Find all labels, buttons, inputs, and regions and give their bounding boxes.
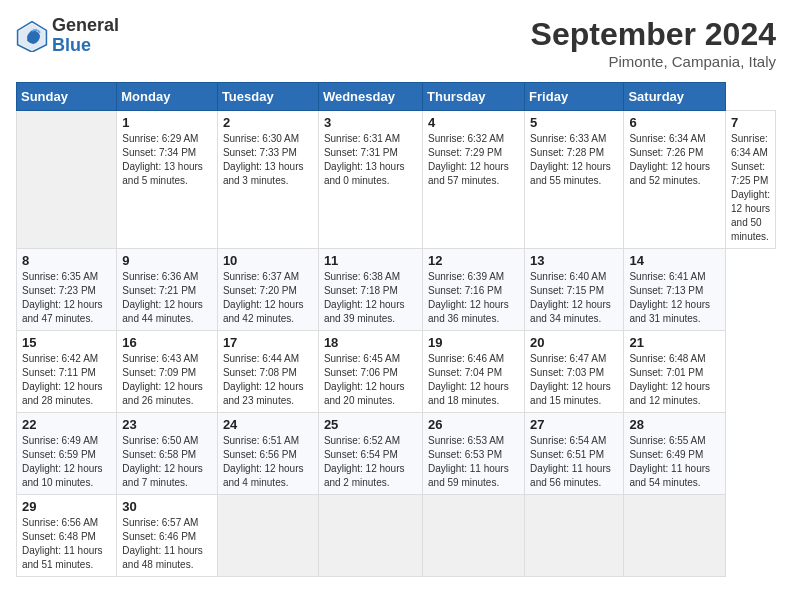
day-number: 18 bbox=[324, 335, 417, 350]
day-info: Sunrise: 6:46 AMSunset: 7:04 PMDaylight:… bbox=[428, 352, 519, 408]
calendar-cell bbox=[423, 495, 525, 577]
calendar-cell bbox=[624, 495, 726, 577]
day-info: Sunrise: 6:40 AMSunset: 7:15 PMDaylight:… bbox=[530, 270, 618, 326]
day-info: Sunrise: 6:36 AMSunset: 7:21 PMDaylight:… bbox=[122, 270, 212, 326]
day-info: Sunrise: 6:53 AMSunset: 6:53 PMDaylight:… bbox=[428, 434, 519, 490]
title-block: September 2024 Pimonte, Campania, Italy bbox=[531, 16, 776, 70]
day-number: 10 bbox=[223, 253, 313, 268]
day-number: 15 bbox=[22, 335, 111, 350]
calendar-cell: 16Sunrise: 6:43 AMSunset: 7:09 PMDayligh… bbox=[117, 331, 218, 413]
day-number: 26 bbox=[428, 417, 519, 432]
day-number: 14 bbox=[629, 253, 720, 268]
day-number: 6 bbox=[629, 115, 720, 130]
day-info: Sunrise: 6:57 AMSunset: 6:46 PMDaylight:… bbox=[122, 516, 212, 572]
day-info: Sunrise: 6:32 AMSunset: 7:29 PMDaylight:… bbox=[428, 132, 519, 188]
weekday-header-thursday: Thursday bbox=[423, 83, 525, 111]
calendar-cell: 8Sunrise: 6:35 AMSunset: 7:23 PMDaylight… bbox=[17, 249, 117, 331]
calendar-cell: 25Sunrise: 6:52 AMSunset: 6:54 PMDayligh… bbox=[318, 413, 422, 495]
day-info: Sunrise: 6:52 AMSunset: 6:54 PMDaylight:… bbox=[324, 434, 417, 490]
logo-icon bbox=[16, 20, 48, 52]
day-info: Sunrise: 6:39 AMSunset: 7:16 PMDaylight:… bbox=[428, 270, 519, 326]
day-number: 28 bbox=[629, 417, 720, 432]
day-info: Sunrise: 6:42 AMSunset: 7:11 PMDaylight:… bbox=[22, 352, 111, 408]
day-number: 11 bbox=[324, 253, 417, 268]
logo-blue: Blue bbox=[52, 36, 119, 56]
page-header: General Blue September 2024 Pimonte, Cam… bbox=[16, 16, 776, 70]
calendar-week-row: 29Sunrise: 6:56 AMSunset: 6:48 PMDayligh… bbox=[17, 495, 776, 577]
calendar-header-row: SundayMondayTuesdayWednesdayThursdayFrid… bbox=[17, 83, 776, 111]
day-info: Sunrise: 6:44 AMSunset: 7:08 PMDaylight:… bbox=[223, 352, 313, 408]
calendar-cell: 13Sunrise: 6:40 AMSunset: 7:15 PMDayligh… bbox=[525, 249, 624, 331]
day-number: 7 bbox=[731, 115, 770, 130]
day-number: 13 bbox=[530, 253, 618, 268]
day-info: Sunrise: 6:55 AMSunset: 6:49 PMDaylight:… bbox=[629, 434, 720, 490]
calendar-week-row: 1Sunrise: 6:29 AMSunset: 7:34 PMDaylight… bbox=[17, 111, 776, 249]
day-number: 4 bbox=[428, 115, 519, 130]
day-info: Sunrise: 6:41 AMSunset: 7:13 PMDaylight:… bbox=[629, 270, 720, 326]
calendar-cell: 10Sunrise: 6:37 AMSunset: 7:20 PMDayligh… bbox=[217, 249, 318, 331]
calendar-cell: 9Sunrise: 6:36 AMSunset: 7:21 PMDaylight… bbox=[117, 249, 218, 331]
day-number: 17 bbox=[223, 335, 313, 350]
day-info: Sunrise: 6:48 AMSunset: 7:01 PMDaylight:… bbox=[629, 352, 720, 408]
day-info: Sunrise: 6:37 AMSunset: 7:20 PMDaylight:… bbox=[223, 270, 313, 326]
calendar-cell: 17Sunrise: 6:44 AMSunset: 7:08 PMDayligh… bbox=[217, 331, 318, 413]
day-info: Sunrise: 6:54 AMSunset: 6:51 PMDaylight:… bbox=[530, 434, 618, 490]
calendar-cell: 14Sunrise: 6:41 AMSunset: 7:13 PMDayligh… bbox=[624, 249, 726, 331]
calendar-cell: 24Sunrise: 6:51 AMSunset: 6:56 PMDayligh… bbox=[217, 413, 318, 495]
calendar-week-row: 8Sunrise: 6:35 AMSunset: 7:23 PMDaylight… bbox=[17, 249, 776, 331]
day-info: Sunrise: 6:34 AMSunset: 7:26 PMDaylight:… bbox=[629, 132, 720, 188]
day-number: 8 bbox=[22, 253, 111, 268]
calendar-cell bbox=[217, 495, 318, 577]
calendar-cell: 15Sunrise: 6:42 AMSunset: 7:11 PMDayligh… bbox=[17, 331, 117, 413]
month-title: September 2024 bbox=[531, 16, 776, 53]
day-number: 24 bbox=[223, 417, 313, 432]
day-info: Sunrise: 6:34 AMSunset: 7:25 PMDaylight:… bbox=[731, 132, 770, 244]
calendar-cell: 28Sunrise: 6:55 AMSunset: 6:49 PMDayligh… bbox=[624, 413, 726, 495]
day-info: Sunrise: 6:50 AMSunset: 6:58 PMDaylight:… bbox=[122, 434, 212, 490]
day-number: 3 bbox=[324, 115, 417, 130]
calendar-cell: 30Sunrise: 6:57 AMSunset: 6:46 PMDayligh… bbox=[117, 495, 218, 577]
day-info: Sunrise: 6:43 AMSunset: 7:09 PMDaylight:… bbox=[122, 352, 212, 408]
location: Pimonte, Campania, Italy bbox=[531, 53, 776, 70]
calendar-cell: 4Sunrise: 6:32 AMSunset: 7:29 PMDaylight… bbox=[423, 111, 525, 249]
day-number: 5 bbox=[530, 115, 618, 130]
day-info: Sunrise: 6:30 AMSunset: 7:33 PMDaylight:… bbox=[223, 132, 313, 188]
calendar-cell bbox=[525, 495, 624, 577]
calendar-cell: 1Sunrise: 6:29 AMSunset: 7:34 PMDaylight… bbox=[117, 111, 218, 249]
day-number: 1 bbox=[122, 115, 212, 130]
weekday-header-saturday: Saturday bbox=[624, 83, 726, 111]
calendar-cell: 7Sunrise: 6:34 AMSunset: 7:25 PMDaylight… bbox=[726, 111, 776, 249]
day-info: Sunrise: 6:49 AMSunset: 6:59 PMDaylight:… bbox=[22, 434, 111, 490]
logo: General Blue bbox=[16, 16, 119, 56]
day-number: 19 bbox=[428, 335, 519, 350]
calendar-cell bbox=[318, 495, 422, 577]
calendar-cell: 3Sunrise: 6:31 AMSunset: 7:31 PMDaylight… bbox=[318, 111, 422, 249]
calendar-week-row: 15Sunrise: 6:42 AMSunset: 7:11 PMDayligh… bbox=[17, 331, 776, 413]
calendar-cell: 12Sunrise: 6:39 AMSunset: 7:16 PMDayligh… bbox=[423, 249, 525, 331]
logo-text: General Blue bbox=[52, 16, 119, 56]
day-number: 30 bbox=[122, 499, 212, 514]
calendar-cell: 21Sunrise: 6:48 AMSunset: 7:01 PMDayligh… bbox=[624, 331, 726, 413]
weekday-header-monday: Monday bbox=[117, 83, 218, 111]
day-info: Sunrise: 6:38 AMSunset: 7:18 PMDaylight:… bbox=[324, 270, 417, 326]
day-number: 9 bbox=[122, 253, 212, 268]
calendar-cell: 2Sunrise: 6:30 AMSunset: 7:33 PMDaylight… bbox=[217, 111, 318, 249]
calendar-table: SundayMondayTuesdayWednesdayThursdayFrid… bbox=[16, 82, 776, 577]
day-number: 23 bbox=[122, 417, 212, 432]
calendar-cell: 11Sunrise: 6:38 AMSunset: 7:18 PMDayligh… bbox=[318, 249, 422, 331]
calendar-cell: 20Sunrise: 6:47 AMSunset: 7:03 PMDayligh… bbox=[525, 331, 624, 413]
day-info: Sunrise: 6:51 AMSunset: 6:56 PMDaylight:… bbox=[223, 434, 313, 490]
calendar-cell: 26Sunrise: 6:53 AMSunset: 6:53 PMDayligh… bbox=[423, 413, 525, 495]
weekday-header-sunday: Sunday bbox=[17, 83, 117, 111]
weekday-header-wednesday: Wednesday bbox=[318, 83, 422, 111]
day-number: 20 bbox=[530, 335, 618, 350]
day-info: Sunrise: 6:45 AMSunset: 7:06 PMDaylight:… bbox=[324, 352, 417, 408]
calendar-cell bbox=[17, 111, 117, 249]
calendar-cell: 29Sunrise: 6:56 AMSunset: 6:48 PMDayligh… bbox=[17, 495, 117, 577]
day-info: Sunrise: 6:29 AMSunset: 7:34 PMDaylight:… bbox=[122, 132, 212, 188]
day-number: 12 bbox=[428, 253, 519, 268]
day-number: 29 bbox=[22, 499, 111, 514]
weekday-header-tuesday: Tuesday bbox=[217, 83, 318, 111]
calendar-cell: 23Sunrise: 6:50 AMSunset: 6:58 PMDayligh… bbox=[117, 413, 218, 495]
calendar-cell: 22Sunrise: 6:49 AMSunset: 6:59 PMDayligh… bbox=[17, 413, 117, 495]
